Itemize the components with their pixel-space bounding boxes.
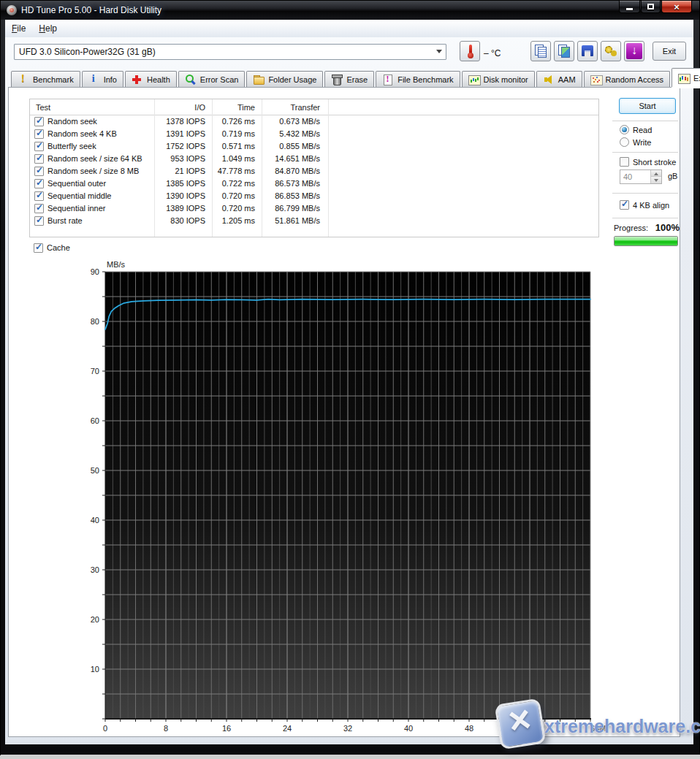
- tab-disk-monitor[interactable]: Disk monitor: [462, 71, 535, 87]
- tab-aam[interactable]: AAM: [536, 71, 582, 87]
- table-header: Test I/O Time Transfer: [30, 99, 598, 115]
- error-scan-icon: [185, 75, 197, 85]
- save-button[interactable]: [577, 41, 598, 61]
- read-radio[interactable]: [620, 125, 629, 134]
- folder-usage-icon: [253, 75, 265, 85]
- read-label: Read: [633, 126, 652, 134]
- row-checkbox[interactable]: [34, 142, 44, 151]
- svg-text:40: 40: [404, 724, 413, 733]
- write-radio[interactable]: [620, 137, 629, 147]
- cell: 86.853 MB/s: [275, 191, 320, 200]
- cell: 0.855 MB/s: [279, 142, 320, 150]
- table-row: Sequential middle1390 IOPS0.720 ms86.853…: [30, 190, 598, 202]
- row-checkbox[interactable]: [34, 179, 44, 188]
- exit-button[interactable]: Exit: [653, 42, 686, 61]
- row-checkbox[interactable]: [34, 191, 44, 201]
- short-stroke-checkbox[interactable]: [620, 157, 629, 167]
- cell: Sequential outer: [47, 179, 106, 188]
- drive-select-value: UFD 3.0 Silicon-Power32G (31 gB): [19, 47, 156, 57]
- progress-value: 100%: [655, 222, 680, 233]
- row-checkbox[interactable]: [34, 154, 44, 164]
- window-title: HD Tune Pro 5.00 - Hard Disk Utility: [21, 5, 161, 15]
- table-row: Random seek / size 64 KB953 IOPS1.049 ms…: [30, 153, 598, 165]
- copy-image-button[interactable]: [554, 41, 574, 61]
- tab-random-access[interactable]: Random Access: [584, 71, 670, 87]
- cell: 0.726 ms: [222, 117, 255, 126]
- tab-label: Info: [104, 75, 117, 84]
- chevron-down-icon: [436, 50, 442, 53]
- cell: 47.778 ms: [218, 167, 255, 175]
- tab-file-benchmark[interactable]: File Benchmark: [376, 71, 460, 87]
- tab-erase[interactable]: Erase: [324, 71, 374, 87]
- cell: 1390 IOPS: [166, 191, 205, 200]
- copy-image-icon: [555, 42, 574, 61]
- column-test: Test: [36, 103, 50, 112]
- svg-text:90: 90: [91, 267, 99, 276]
- app-icon: [7, 5, 17, 15]
- options-button[interactable]: [601, 41, 621, 61]
- short-stroke-size-stepper[interactable]: 40: [620, 169, 662, 184]
- spin-up-icon[interactable]: [651, 170, 661, 177]
- kb-align-checkbox[interactable]: [620, 200, 629, 210]
- tab-extra-tests[interactable]: Extra tests: [672, 68, 700, 87]
- tab-benchmark[interactable]: Benchmark: [11, 71, 80, 87]
- title-bar: HD Tune Pro 5.00 - Hard Disk Utility ×: [1, 1, 699, 20]
- close-button[interactable]: ×: [661, 1, 692, 13]
- tab-label: File Benchmark: [397, 75, 453, 84]
- column-time: Time: [237, 103, 255, 112]
- column-transfer: Transfer: [290, 103, 320, 112]
- row-checkbox[interactable]: [34, 204, 44, 213]
- row-checkbox[interactable]: [34, 216, 44, 226]
- cell: 953 IOPS: [170, 154, 205, 163]
- results-table: Test I/O Time Transfer Random seek1378 I…: [29, 99, 599, 237]
- temperature-readout: – °C: [484, 48, 501, 58]
- progress-bar-fill: [615, 237, 677, 245]
- table-row: Burst rate830 IOPS1.205 ms51.861 MB/s: [30, 215, 598, 227]
- tab-info[interactable]: Info: [82, 71, 123, 87]
- kb-align-label: 4 KB align: [633, 201, 669, 210]
- benchmark-icon: [18, 75, 29, 85]
- close-icon: ×: [674, 1, 680, 12]
- tab-label: Folder Usage: [268, 75, 316, 84]
- start-button[interactable]: Start: [619, 98, 676, 114]
- spin-down-icon[interactable]: [651, 177, 661, 183]
- drive-select[interactable]: UFD 3.0 Silicon-Power32G (31 gB): [14, 44, 446, 60]
- table-row: Butterfly seek1752 IOPS0.571 ms0.855 MB/…: [30, 140, 598, 153]
- temperature-button[interactable]: [460, 41, 480, 61]
- disk-monitor-icon: [468, 75, 480, 85]
- tab-label: Erase: [346, 75, 368, 84]
- svg-text:50: 50: [91, 466, 99, 475]
- download-button[interactable]: [624, 41, 644, 61]
- table-row: Sequential outer1385 IOPS0.722 ms86.573 …: [30, 178, 598, 190]
- cell: 1391 IOPS: [166, 129, 205, 138]
- svg-text:80: 80: [91, 317, 99, 326]
- cell: 1378 IOPS: [166, 117, 205, 126]
- row-checkbox[interactable]: [34, 167, 44, 176]
- minimize-button[interactable]: [619, 1, 640, 13]
- menu-help[interactable]: Help: [32, 21, 64, 36]
- svg-text:20: 20: [91, 615, 99, 624]
- cache-checkbox[interactable]: [34, 243, 43, 253]
- tab-folder-usage[interactable]: Folder Usage: [246, 71, 323, 87]
- tab-label: Benchmark: [33, 75, 74, 84]
- row-checkbox[interactable]: [34, 117, 44, 126]
- test-controls-panel: Start Read Write Short stroke 40 gB: [612, 88, 680, 256]
- cache-row: Cache: [34, 243, 70, 256]
- transfer-chart: 1020304050607080900816243240485664MBMB/s: [67, 256, 608, 759]
- menu-file[interactable]: File: [5, 21, 32, 36]
- tab-health[interactable]: Health: [125, 71, 177, 87]
- cell: 51.861 MB/s: [275, 216, 320, 225]
- cell: Sequential middle: [47, 191, 111, 200]
- tab-error-scan[interactable]: Error Scan: [178, 71, 246, 87]
- cell: 830 IOPS: [170, 216, 205, 225]
- maximize-button[interactable]: [641, 1, 661, 13]
- cell: 86.799 MB/s: [275, 204, 320, 213]
- tab-label: Health: [147, 75, 170, 84]
- tab-label: Error Scan: [200, 75, 239, 84]
- cell: 84.870 MB/s: [275, 167, 320, 175]
- copy-text-button[interactable]: [530, 41, 551, 61]
- tab-label: Extra tests: [693, 74, 700, 83]
- table-row: Random seek1378 IOPS0.726 ms0.673 MB/s: [30, 115, 598, 128]
- cell: 14.651 MB/s: [275, 154, 320, 163]
- row-checkbox[interactable]: [34, 129, 44, 139]
